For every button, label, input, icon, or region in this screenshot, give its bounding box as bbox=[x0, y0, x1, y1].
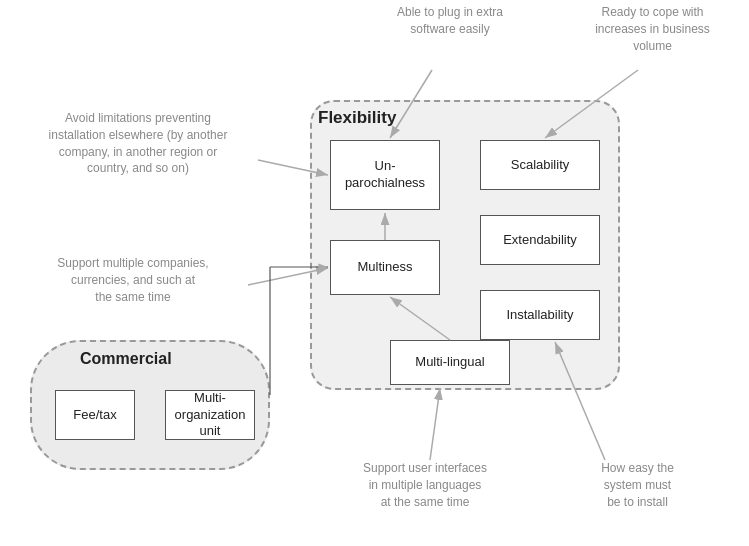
annotation-how-easy: How easy thesystem mustbe to install bbox=[550, 460, 725, 510]
extendability-box: Extendability bbox=[480, 215, 600, 265]
diagram-container: Able to plug in extra software easily Re… bbox=[0, 0, 749, 546]
flexibility-label: Flexibility bbox=[318, 108, 396, 128]
multiorg-label: Multi-organization unit bbox=[166, 390, 254, 441]
multiness-box: Multiness bbox=[330, 240, 440, 295]
commercial-label: Commercial bbox=[80, 350, 172, 368]
multilingual-box: Multi-lingual bbox=[390, 340, 510, 385]
multiness-label: Multiness bbox=[358, 259, 413, 276]
unparochialness-box: Un-parochialness bbox=[330, 140, 440, 210]
extendability-label: Extendability bbox=[503, 232, 577, 249]
annotation-support-multiple: Support multiple companies,currencies, a… bbox=[18, 255, 248, 305]
multiorg-box: Multi-organization unit bbox=[165, 390, 255, 440]
installability-box: Installability bbox=[480, 290, 600, 340]
feetax-box: Fee/tax bbox=[55, 390, 135, 440]
scalability-label: Scalability bbox=[511, 157, 570, 174]
annotation-support-ui: Support user interfacesin multiple langu… bbox=[330, 460, 520, 510]
multilingual-label: Multi-lingual bbox=[415, 354, 484, 371]
annotation-able-to-plug: Able to plug in extra software easily bbox=[380, 4, 520, 38]
annotation-ready-to-cope: Ready to cope with increases in business… bbox=[575, 4, 730, 54]
installability-label: Installability bbox=[506, 307, 573, 324]
unparochialness-label: Un-parochialness bbox=[345, 158, 425, 192]
svg-line-7 bbox=[430, 388, 440, 460]
scalability-box: Scalability bbox=[480, 140, 600, 190]
feetax-label: Fee/tax bbox=[73, 407, 116, 424]
annotation-avoid-limitations: Avoid limitations preventinginstallation… bbox=[18, 110, 258, 177]
